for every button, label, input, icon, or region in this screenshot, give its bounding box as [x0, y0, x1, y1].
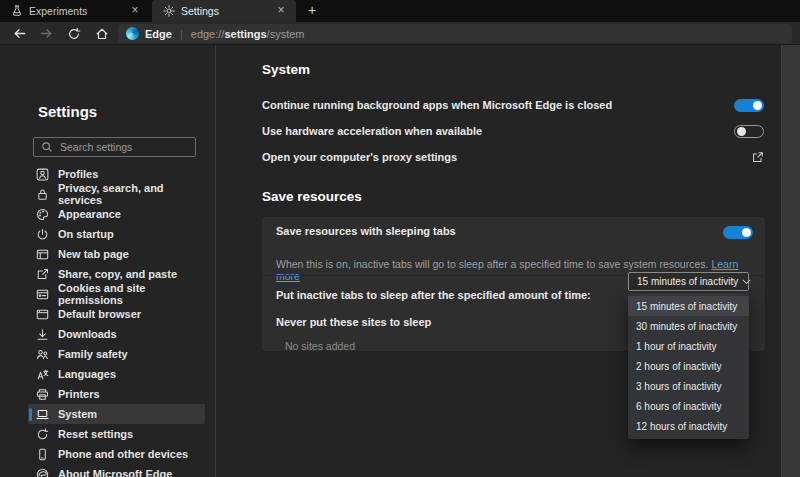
setting-label: Use hardware acceleration when available — [262, 125, 482, 137]
laptop-icon — [36, 408, 49, 421]
sidebar-item-label: System — [58, 408, 97, 420]
url-path: /system — [267, 28, 305, 40]
no-sites-added-text: No sites added — [285, 340, 355, 352]
sidebar-item-label: Languages — [58, 368, 116, 380]
never-sleep-label: Never put these sites to sleep — [276, 316, 431, 328]
sidebar-item-appearance[interactable]: Appearance — [28, 204, 205, 224]
sidebar-item-printers[interactable]: Printers — [28, 384, 205, 404]
background-apps-toggle[interactable] — [734, 99, 764, 112]
family-icon — [36, 348, 49, 361]
dropdown-option[interactable]: 15 minutes of inactivity — [628, 296, 749, 316]
close-icon[interactable]: × — [128, 4, 142, 18]
url-separator: | — [180, 28, 183, 40]
sleeping-tabs-label: Save resources with sleeping tabs — [276, 225, 753, 237]
tab-settings[interactable]: Settings × — [152, 0, 296, 22]
sidebar-item-label: Default browser — [58, 308, 141, 320]
sleep-delay-label: Put inactive tabs to sleep after the spe… — [276, 289, 591, 301]
tab-label: Settings — [181, 5, 268, 17]
toggle-knob — [753, 101, 762, 110]
sidebar-item-label: About Microsoft Edge — [58, 468, 172, 477]
search-input[interactable] — [60, 141, 195, 153]
sidebar-item-reset-settings[interactable]: Reset settings — [28, 424, 205, 444]
description-text: When this is on, inactive tabs will go t… — [276, 258, 708, 270]
edge-badge: Edge — [145, 28, 172, 40]
external-link-icon[interactable] — [751, 151, 764, 164]
sidebar-item-label: On startup — [58, 228, 114, 240]
sidebar-item-on-startup[interactable]: On startup — [28, 224, 205, 244]
sidebar-item-new-tab-page[interactable]: New tab page — [28, 244, 205, 264]
sidebar-nav: Profiles Privacy, search, and services A… — [28, 164, 205, 477]
dropdown-option[interactable]: 6 hours of inactivity — [628, 396, 749, 416]
sidebar-item-label: Phone and other devices — [58, 448, 188, 460]
gear-icon — [163, 5, 175, 17]
dropdown-option[interactable]: 12 hours of inactivity — [628, 416, 749, 436]
close-icon[interactable]: × — [274, 4, 288, 18]
printer-icon — [36, 388, 49, 401]
tab-label: Experiments — [29, 5, 122, 17]
power-icon — [36, 228, 49, 241]
sidebar-item-about-edge[interactable]: About Microsoft Edge — [28, 464, 205, 477]
hardware-acceleration-toggle[interactable] — [734, 125, 764, 138]
sidebar-item-label: Profiles — [58, 168, 98, 180]
settings-sidebar: Settings Profiles — [0, 45, 215, 477]
sidebar-item-cookies-permissions[interactable]: Cookies and site permissions — [28, 284, 205, 304]
system-heading: System — [262, 62, 310, 77]
sidebar-item-languages[interactable]: Languages — [28, 364, 205, 384]
sleep-delay-dropdown-menu: 15 minutes of inactivity 30 minutes of i… — [628, 293, 749, 439]
select-value: 15 minutes of inactivity — [637, 276, 738, 287]
palette-icon — [36, 208, 49, 221]
back-arrow-icon — [12, 26, 27, 41]
dropdown-option[interactable]: 2 hours of inactivity — [628, 356, 749, 376]
sidebar-item-share-copy-paste[interactable]: Share, copy, and paste — [28, 264, 205, 284]
setting-label: Continue running background apps when Mi… — [262, 99, 612, 111]
sidebar-item-default-browser[interactable]: Default browser — [28, 304, 205, 324]
search-icon — [41, 141, 53, 153]
sidebar-title: Settings — [38, 103, 97, 120]
lock-icon — [36, 188, 49, 201]
sidebar-item-privacy[interactable]: Privacy, search, and services — [28, 184, 205, 204]
home-button[interactable] — [93, 25, 110, 42]
sleep-delay-select[interactable]: 15 minutes of inactivity — [628, 272, 749, 291]
sleeping-tabs-row: Save resources with sleeping tabs — [276, 225, 753, 237]
dropdown-option[interactable]: 30 minutes of inactivity — [628, 316, 749, 336]
sidebar-item-family-safety[interactable]: Family safety — [28, 344, 205, 364]
back-button[interactable] — [11, 25, 28, 42]
tab-experiments[interactable]: Experiments × — [0, 0, 150, 22]
toggle-knob — [742, 228, 751, 237]
chevron-down-icon — [742, 279, 751, 285]
sidebar-item-profiles[interactable]: Profiles — [28, 164, 205, 184]
setting-row-background-apps: Continue running background apps when Mi… — [262, 95, 764, 115]
save-resources-heading: Save resources — [262, 189, 362, 204]
address-bar[interactable]: Edge | edge://settings/system — [118, 24, 792, 43]
toggle-knob — [737, 127, 746, 136]
browser-window: Experiments × Settings × + — [0, 0, 800, 477]
home-icon — [95, 27, 109, 41]
settings-content: System Continue running background apps … — [216, 45, 781, 477]
sleeping-tabs-toggle[interactable] — [723, 226, 753, 239]
sidebar-item-system[interactable]: System — [28, 404, 205, 424]
reset-icon — [36, 428, 49, 441]
sidebar-item-label: Cookies and site permissions — [58, 282, 205, 306]
edge-logo-icon — [36, 468, 49, 477]
sidebar-item-label: New tab page — [58, 248, 129, 260]
dropdown-option[interactable]: 1 hour of inactivity — [628, 336, 749, 356]
sidebar-item-label: Downloads — [58, 328, 117, 340]
tab-bar: Experiments × Settings × + — [0, 0, 800, 22]
sidebar-item-label: Share, copy, and paste — [58, 268, 177, 280]
sidebar-item-label: Privacy, search, and services — [58, 182, 205, 206]
sidebar-item-phone-devices[interactable]: Phone and other devices — [28, 444, 205, 464]
scrollbar[interactable] — [781, 45, 800, 477]
forward-arrow-icon — [39, 26, 54, 41]
navigation-toolbar: Edge | edge://settings/system — [0, 22, 800, 45]
phone-icon — [36, 448, 49, 461]
setting-row-proxy-settings[interactable]: Open your computer's proxy settings — [262, 147, 764, 167]
forward-button — [38, 25, 55, 42]
settings-search-box[interactable] — [33, 137, 196, 157]
new-tab-button[interactable]: + — [303, 2, 321, 20]
selected-indicator — [29, 408, 32, 421]
dropdown-option[interactable]: 3 hours of inactivity — [628, 376, 749, 396]
sidebar-item-label: Printers — [58, 388, 100, 400]
scrollbar-thumb[interactable] — [782, 45, 800, 477]
sidebar-item-downloads[interactable]: Downloads — [28, 324, 205, 344]
refresh-button[interactable] — [65, 25, 82, 42]
